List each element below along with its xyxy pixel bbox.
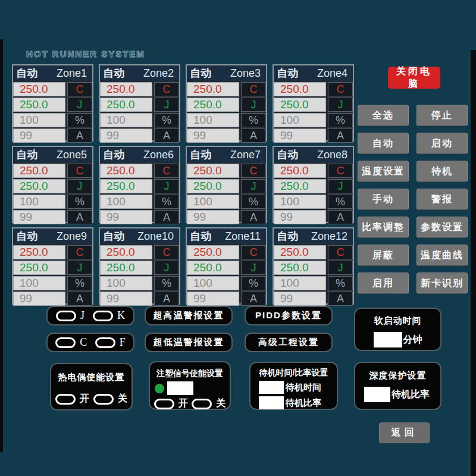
zone-header: 自动 Zone7 [187,147,266,162]
zone-current-unit: A [241,292,266,306]
zone-output-unit: % [154,276,179,290]
zone-output-unit: % [241,113,266,127]
zone-thermocouple-type: J [241,179,266,193]
zone-mode-label: 自动 [103,66,124,80]
zone-actual-temp-unit: C [241,164,266,178]
control-button[interactable]: 比率调整 [358,217,409,238]
radio-oval-icon[interactable] [192,399,212,409]
tc-enable-on-option[interactable]: 开 [55,393,89,405]
zone-thermocouple-type: J [67,261,92,275]
zone-panel[interactable]: 自动 Zone2 250.0 C 250.0 J 100 % 99 A [99,64,180,142]
zone-current-value: 99 [274,292,326,306]
tc-type-option-j[interactable]: J [56,309,84,322]
control-button[interactable]: 待机 [416,161,468,182]
temp-unit-c-label: C [80,336,87,349]
zone-panel[interactable]: 自动 Zone12 250.0 C 250.0 J 100 % 99 A [273,227,354,305]
control-button[interactable]: 温度设置 [358,161,409,182]
zone-name-label: Zone8 [317,149,347,161]
advanced-engineering-settings-button[interactable]: 高级工程设置 [245,333,333,352]
zone-set-temp-value: 250.0 [100,179,152,193]
low-temp-alarm-settings-button[interactable]: 超低温警报设置 [145,333,233,352]
zone-panel[interactable]: 自动 Zone7 250.0 C 250.0 J 100 % 99 A [186,146,267,223]
injection-signal-title: 注塑信号使能设置 [150,368,230,379]
zone-thermocouple-type: J [154,261,179,275]
radio-oval-icon[interactable] [154,399,174,409]
standby-time-label: 待机时间 [286,382,321,393]
zone-panel[interactable]: 自动 Zone6 250.0 C 250.0 J 100 % 99 A [99,146,180,223]
control-button[interactable]: 警报 [416,189,468,210]
zone-thermocouple-type: J [154,98,179,112]
control-button[interactable]: 参数设置 [416,217,468,238]
zone-name-label: Zone6 [143,149,174,161]
shutdown-computer-button[interactable]: 关闭电脑 [388,67,440,89]
zone-actual-temp-row: 250.0 C [187,245,266,259]
control-button[interactable]: 停止 [416,105,468,126]
soft-start-unit-label: 分钟 [403,334,422,346]
zone-header: 自动 Zone1 [13,65,92,81]
injection-off-option[interactable]: 关 [192,397,226,410]
high-temp-alarm-settings-button[interactable]: 超高温警报设置 [145,306,233,325]
standby-title: 待机时间/比率设置 [250,368,337,378]
zone-panel[interactable]: 自动 Zone10 250.0 C 250.0 J 100 % 99 A [99,227,180,305]
soft-start-minutes-input[interactable] [374,332,402,347]
zone-actual-temp-value: 250.0 [13,82,65,96]
zone-current-value: 99 [13,129,65,143]
zone-set-temp-value: 250.0 [100,261,152,275]
temp-unit-option-c[interactable]: C [55,336,87,349]
control-button[interactable]: 全选 [358,105,409,126]
zone-current-row: 99 A [100,292,179,306]
zone-actual-temp-value: 250.0 [187,245,239,259]
zone-actual-temp-unit: C [328,164,353,178]
radio-oval-icon[interactable] [95,337,115,348]
control-button[interactable]: 手动 [358,189,409,210]
zone-actual-temp-row: 250.0 C [13,82,92,96]
zone-current-value: 99 [187,210,239,224]
radio-oval-icon[interactable] [55,394,76,405]
radio-oval-icon[interactable] [56,311,76,321]
zone-name-label: Zone5 [57,149,87,161]
control-button[interactable]: 启用 [358,273,409,294]
standby-time-input[interactable] [259,381,284,394]
zone-set-temp-row: 250.0 J [187,98,266,112]
zone-output-row: 100 % [100,276,179,290]
tc-enable-off-option[interactable]: 关 [93,393,127,405]
radio-oval-icon[interactable] [93,311,113,321]
zone-thermocouple-type: J [67,98,92,112]
control-button[interactable]: 启动 [416,133,468,154]
back-button[interactable]: 返回 [379,422,430,443]
zone-header: 自动 Zone8 [274,147,353,162]
injection-on-option[interactable]: 开 [154,397,188,410]
zone-panel[interactable]: 自动 Zone1 250.0 C 250.0 J 100 % 99 A [12,64,93,142]
zone-set-temp-value: 250.0 [13,179,65,193]
control-button[interactable]: 自动 [358,133,409,154]
injection-signal-input[interactable] [167,381,193,395]
zone-panel[interactable]: 自动 Zone8 250.0 C 250.0 J 100 % 99 A [273,146,354,223]
pidd-parameter-settings-button[interactable]: PIDD参数设置 [245,306,333,325]
temp-unit-option-f[interactable]: F [95,336,126,349]
standby-ratio-input[interactable] [259,396,284,409]
zone-output-unit: % [154,113,179,127]
zone-current-value: 99 [187,129,239,143]
radio-oval-icon[interactable] [55,337,76,348]
zone-output-unit: % [241,195,266,209]
zone-mode-label: 自动 [190,66,211,80]
control-button[interactable]: 新卡识别 [416,273,468,294]
zone-output-row: 100 % [274,113,353,127]
zone-panel[interactable]: 自动 Zone5 250.0 C 250.0 J 100 % 99 A [12,146,93,223]
tc-type-option-k[interactable]: K [93,309,125,322]
zone-panel[interactable]: 自动 Zone3 250.0 C 250.0 J 100 % 99 A [186,64,267,142]
zone-output-value: 100 [13,113,65,127]
zone-actual-temp-row: 250.0 C [13,164,92,178]
zone-panel[interactable]: 自动 Zone9 250.0 C 250.0 J 100 % 99 A [12,227,93,305]
zone-panel[interactable]: 自动 Zone4 250.0 C 250.0 J 100 % 99 A [273,64,354,142]
zone-current-row: 99 A [274,210,353,224]
radio-oval-icon[interactable] [93,394,114,405]
thermocouple-type-selector: J K [46,306,134,325]
zone-actual-temp-unit: C [241,245,266,259]
depth-protection-input[interactable] [364,387,390,402]
thermocouple-enable-options: 开 关 [51,393,131,405]
zone-panel[interactable]: 自动 Zone11 250.0 C 250.0 J 100 % 99 A [186,227,267,305]
control-button[interactable]: 温度曲线 [416,245,468,266]
control-button[interactable]: 屏蔽 [358,245,409,266]
tc-enable-off-label: 关 [118,393,127,405]
